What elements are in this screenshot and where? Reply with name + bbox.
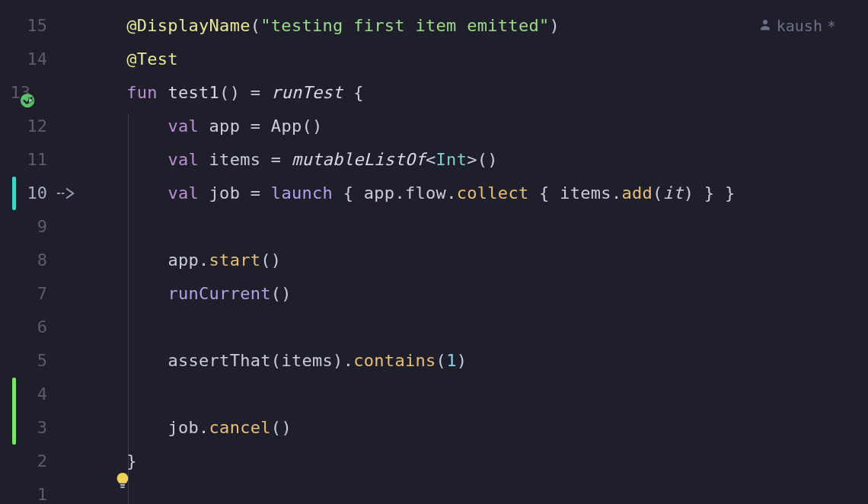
code-line[interactable]: assertThat(items).contains(1) — [85, 344, 868, 378]
inline-diff-icon[interactable] — [56, 187, 75, 200]
author-name: kaush — [777, 9, 822, 43]
code-line[interactable]: runCurrent() — [85, 277, 868, 311]
author-inlay-hint[interactable]: kaush * — [758, 9, 836, 43]
line-number[interactable]: 9 — [0, 210, 85, 244]
line-number[interactable]: 3 — [0, 411, 85, 445]
line-number[interactable]: 12 — [0, 110, 85, 143]
run-test-icon[interactable] — [20, 93, 37, 110]
code-line[interactable]: @DisplayName("testing first item emitted… — [85, 9, 868, 43]
code-line[interactable]: @Test — [85, 43, 868, 76]
svg-rect-2 — [120, 486, 125, 488]
code-line[interactable] — [85, 478, 868, 504]
line-number[interactable]: 4 — [0, 378, 85, 411]
code-line[interactable]: val job = launch { app.flow.collect { it… — [85, 177, 868, 210]
dirty-indicator: * — [827, 9, 836, 43]
intention-bulb-icon[interactable] — [114, 471, 131, 504]
code-line[interactable] — [85, 311, 868, 344]
line-number[interactable]: 6 — [0, 311, 85, 344]
line-number[interactable]: 13 — [0, 76, 85, 110]
line-number[interactable]: 8 — [0, 244, 85, 277]
code-line[interactable]: val items = mutableListOf<Int>() — [85, 143, 868, 177]
line-number[interactable]: 5 — [0, 344, 85, 378]
person-icon — [758, 9, 772, 43]
editor-content[interactable]: @DisplayName("testing first item emitted… — [85, 0, 868, 504]
line-number[interactable]: 1 — [0, 478, 85, 504]
line-number[interactable]: 7 — [0, 277, 85, 311]
line-number[interactable]: 15 — [0, 9, 85, 43]
code-line[interactable]: job.cancel() — [85, 411, 868, 445]
code-line[interactable]: val app = App() — [85, 110, 868, 143]
code-line[interactable]: } — [85, 445, 868, 478]
line-number[interactable]: 11 — [0, 143, 85, 177]
code-line[interactable] — [85, 210, 868, 244]
editor-gutter[interactable]: 15 14 13 12 11 10 9 8 7 6 5 4 3 2 1 — [0, 0, 85, 504]
code-line[interactable] — [85, 378, 868, 411]
line-number[interactable]: 14 — [0, 43, 85, 76]
svg-point-3 — [763, 20, 767, 24]
line-number[interactable]: 10 — [0, 177, 85, 210]
code-line[interactable]: app.start() — [85, 244, 868, 277]
code-editor[interactable]: 15 14 13 12 11 10 9 8 7 6 5 4 3 2 1 @Dis… — [0, 0, 868, 504]
svg-rect-1 — [120, 484, 125, 486]
line-number[interactable]: 2 — [0, 445, 85, 478]
code-line[interactable]: fun test1() = runTest { — [85, 76, 868, 110]
